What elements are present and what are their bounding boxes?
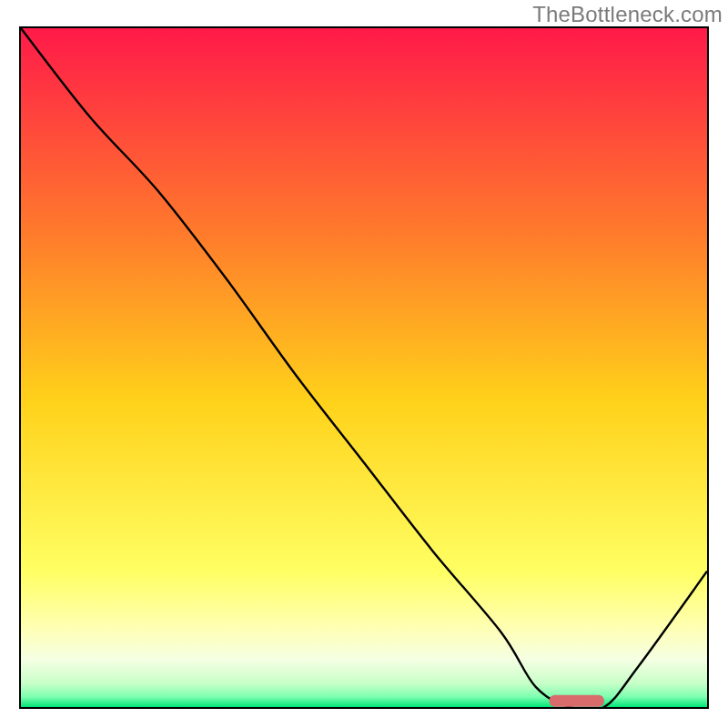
gradient-background [21,28,707,707]
chart-stage: TheBottleneck.com [0,0,728,728]
gradient-rect [21,28,707,707]
watermark-text: TheBottleneck.com [532,2,723,27]
plot-area [19,26,709,709]
